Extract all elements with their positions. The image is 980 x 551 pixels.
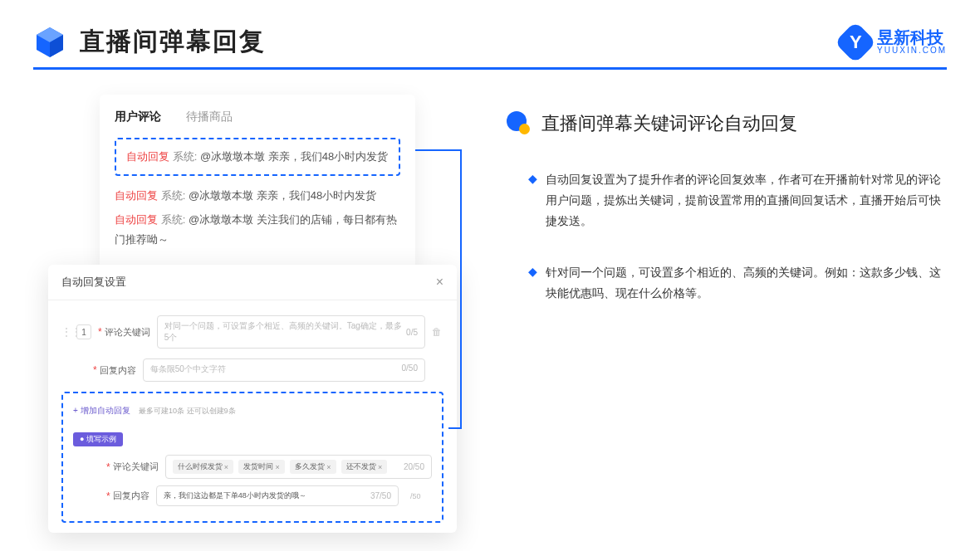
example-content-row: *回复内容 亲，我们这边都是下单48小时内发货的哦～ 37/50 /50: [73, 485, 432, 506]
trash-icon[interactable]: 🗑: [432, 326, 443, 338]
content-row: *回复内容 每条限50个中文字符 0/50: [61, 358, 443, 382]
bubble-icon: [507, 111, 532, 136]
header-divider: [33, 67, 947, 70]
example-keyword-row: *评论关键词 什么时候发货× 发货时间× 多久发货× 还不发货× 20/50: [73, 455, 432, 479]
tag: 还不发货×: [341, 460, 387, 474]
settings-title: 自动回复设置: [61, 275, 126, 290]
add-auto-reply-link[interactable]: + 增加自动回复: [73, 405, 130, 417]
bullet-item: ◆ 针对同一个问题，可设置多个相近的、高频的关键词。例如：这款多少钱、这块能优惠…: [507, 262, 947, 304]
brand-sub: YUUXIN.COM: [877, 46, 947, 55]
brand-name: 昱新科技: [877, 29, 947, 46]
brand-block: Y 昱新科技 YUUXIN.COM: [840, 27, 947, 57]
row-number: 1: [76, 324, 91, 339]
tab-user-comments[interactable]: 用户评论: [115, 110, 161, 124]
bullet-diamond-icon: ◆: [528, 262, 537, 304]
settings-header: 自动回复设置 ×: [48, 265, 457, 300]
close-icon[interactable]: ×: [436, 275, 443, 290]
page-header: 直播间弹幕回复 Y 昱新科技 YUUXIN.COM: [0, 0, 980, 67]
tab-pending-goods[interactable]: 待播商品: [186, 110, 233, 124]
highlighted-comment: 自动回复 系统: @冰墩墩本墩 亲亲，我们48小时内发货: [115, 138, 400, 176]
left-column: 用户评论 待播商品 自动回复 系统: @冰墩墩本墩 亲亲，我们48小时内发货 自…: [33, 95, 457, 334]
content-area: 用户评论 待播商品 自动回复 系统: @冰墩墩本墩 亲亲，我们48小时内发货 自…: [0, 95, 980, 334]
tag: 发货时间×: [238, 460, 284, 474]
content-label: *回复内容: [93, 364, 136, 377]
example-keyword-input[interactable]: 什么时候发货× 发货时间× 多久发货× 还不发货× 20/50: [165, 455, 432, 479]
comment-item: 自动回复 系统: @冰墩墩本墩 关注我们的店铺，每日都有热门推荐呦～: [115, 210, 400, 249]
drag-handle-icon[interactable]: ⋮⋮: [61, 326, 70, 338]
bullet-text: 自动回复设置为了提升作者的评论回复效率，作者可在开播前针对常见的评论用户问题，提…: [546, 169, 947, 232]
comments-card: 用户评论 待播商品 自动回复 系统: @冰墩墩本墩 亲亲，我们48小时内发货 自…: [100, 95, 415, 269]
comments-tabs: 用户评论 待播商品: [115, 110, 400, 124]
bullet-diamond-icon: ◆: [528, 169, 537, 232]
example-box: + 增加自动回复 最多可建10条 还可以创建9条 ● 填写示例 *评论关键词 什…: [61, 392, 443, 523]
tag: 什么时候发货×: [173, 460, 233, 474]
right-column: 直播间弹幕关键词评论自动回复 ◆ 自动回复设置为了提升作者的评论回复效率，作者可…: [507, 95, 947, 334]
example-content-input[interactable]: 亲，我们这边都是下单48小时内发货的哦～ 37/50: [156, 485, 399, 506]
keyword-row: ⋮⋮ 1 *评论关键词 对同一个问题，可设置多个相近、高频的关键词。Tag确定，…: [61, 315, 443, 349]
bullet-text: 针对同一个问题，可设置多个相近的、高频的关键词。例如：这款多少钱、这块能优惠吗、…: [546, 262, 947, 304]
settings-body: ⋮⋮ 1 *评论关键词 对同一个问题，可设置多个相近、高频的关键词。Tag确定，…: [48, 300, 457, 533]
header-left: 直播间弹幕回复: [33, 25, 266, 59]
add-hint: 最多可建10条 还可以创建9条: [139, 407, 236, 415]
section-title-row: 直播间弹幕关键词评论自动回复: [507, 111, 947, 136]
example-badge: ● 填写示例: [73, 432, 123, 446]
auto-reply-tag: 自动回复: [126, 150, 169, 163]
bullet-item: ◆ 自动回复设置为了提升作者的评论回复效率，作者可在开播前针对常见的评论用户问题…: [507, 169, 947, 232]
comment-item: 自动回复 系统: @冰墩墩本墩 亲亲，我们48小时内发货: [115, 186, 400, 205]
keyword-input[interactable]: 对同一个问题，可设置多个相近、高频的关键词。Tag确定，最多5个 0/5: [157, 315, 425, 349]
section-title-text: 直播间弹幕关键词评论自动回复: [541, 111, 797, 136]
content-input[interactable]: 每条限50个中文字符 0/50: [143, 358, 425, 382]
page-title: 直播间弹幕回复: [80, 25, 266, 59]
cube-logo-icon: [33, 26, 66, 59]
settings-card: 自动回复设置 × ⋮⋮ 1 *评论关键词 对同一个问题，可设置多个相近、高频的关…: [48, 265, 457, 533]
comment-body: @冰墩墩本墩 亲亲，我们48小时内发货: [200, 150, 388, 163]
brand-icon: Y: [835, 21, 877, 63]
tag: 多久发货×: [290, 460, 336, 474]
system-tag: 系统:: [173, 150, 198, 163]
keyword-label: *评论关键词: [98, 326, 150, 339]
